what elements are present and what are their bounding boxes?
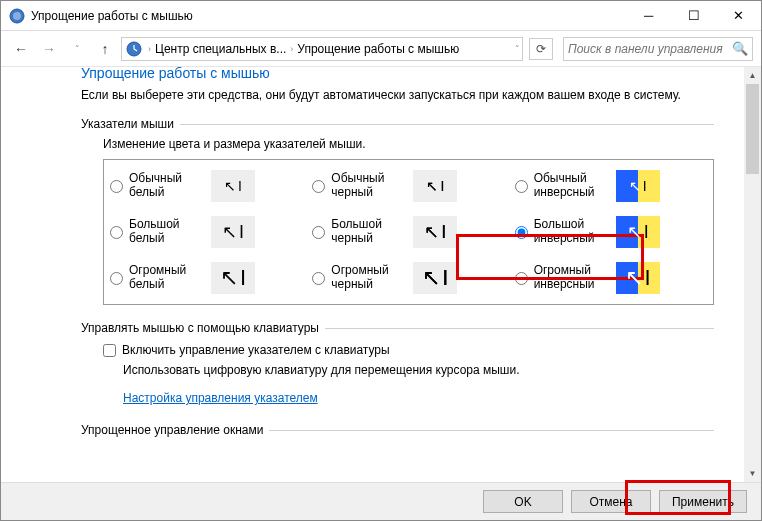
radio-black-normal[interactable] — [312, 180, 325, 193]
cursor-preview: ↖I — [211, 216, 255, 248]
pointer-option-black-normal[interactable]: Обычный черный ↖I — [312, 170, 504, 202]
search-input[interactable] — [568, 42, 732, 56]
option-label: Обычный черный — [331, 172, 407, 200]
pointer-option-white-huge[interactable]: Огромный белый ↖I — [110, 262, 302, 294]
option-label: Огромный черный — [331, 264, 407, 292]
ok-button[interactable]: OK — [483, 490, 563, 513]
option-label: Большой черный — [331, 218, 407, 246]
scroll-up-arrow[interactable]: ▲ — [744, 67, 761, 84]
cursor-preview: ↖I — [413, 216, 457, 248]
enable-mouse-keys-checkbox[interactable] — [103, 344, 116, 357]
dropdown-icon[interactable]: ˅ — [515, 44, 520, 54]
cursor-preview: ↖I — [616, 262, 660, 294]
breadcrumb-item[interactable]: Упрощение работы с мышью — [297, 42, 459, 56]
radio-inv-normal[interactable] — [515, 180, 528, 193]
maximize-button[interactable]: ☐ — [671, 1, 716, 30]
cursor-preview: ↖I — [413, 170, 457, 202]
option-label: Огромный белый — [129, 264, 205, 292]
window-title: Упрощение работы с мышью — [31, 9, 626, 23]
option-label: Обычный инверсный — [534, 172, 610, 200]
page-description: Если вы выберете эти средства, они будут… — [81, 87, 714, 103]
search-icon[interactable]: 🔍 — [732, 41, 748, 56]
window-titlebar: Упрощение работы с мышью ─ ☐ ✕ — [1, 1, 761, 31]
radio-white-large[interactable] — [110, 226, 123, 239]
vertical-scrollbar[interactable]: ▲ ▼ — [744, 67, 761, 482]
mouse-keys-help: Использовать цифровую клавиатуру для пер… — [123, 363, 714, 377]
radio-white-normal[interactable] — [110, 180, 123, 193]
cursor-preview: ↖I — [211, 170, 255, 202]
control-panel-icon — [126, 41, 142, 57]
checkbox-label: Включить управление указателем с клавиат… — [122, 343, 390, 357]
mouse-keys-settings-link[interactable]: Настройка управления указателем — [123, 391, 318, 405]
search-box[interactable]: 🔍 — [563, 37, 753, 61]
breadcrumb-item[interactable]: Центр специальных в... — [155, 42, 286, 56]
up-button[interactable]: ↑ — [93, 37, 117, 61]
divider — [180, 124, 714, 125]
pointer-option-inv-large[interactable]: Большой инверсный ↖I — [515, 216, 707, 248]
cursor-preview: ↖I — [616, 170, 660, 202]
enable-mouse-keys-row[interactable]: Включить управление указателем с клавиат… — [103, 343, 714, 357]
radio-white-huge[interactable] — [110, 272, 123, 285]
option-label: Большой белый — [129, 218, 205, 246]
option-label: Обычный белый — [129, 172, 205, 200]
refresh-button[interactable]: ⟳ — [529, 38, 553, 60]
close-button[interactable]: ✕ — [716, 1, 761, 30]
option-label: Огромный инверсный — [534, 264, 610, 292]
pointer-option-white-normal[interactable]: Обычный белый ↖I — [110, 170, 302, 202]
content-pane: Упрощение работы с мышью Если вы выберет… — [1, 67, 744, 482]
address-bar[interactable]: › Центр специальных в... › Упрощение раб… — [121, 37, 523, 61]
pointer-option-inv-huge[interactable]: Огромный инверсный ↖I — [515, 262, 707, 294]
option-label: Большой инверсный — [534, 218, 610, 246]
navigation-bar: ← → ˅ ↑ › Центр специальных в... › Упрощ… — [1, 31, 761, 67]
forward-button[interactable]: → — [37, 37, 61, 61]
radio-inv-huge[interactable] — [515, 272, 528, 285]
divider — [269, 430, 714, 431]
pointer-option-black-large[interactable]: Большой черный ↖I — [312, 216, 504, 248]
minimize-button[interactable]: ─ — [626, 1, 671, 30]
divider — [325, 328, 714, 329]
pointers-subtitle: Изменение цвета и размера указателей мыш… — [103, 137, 714, 151]
recent-dropdown[interactable]: ˅ — [65, 37, 89, 61]
app-icon — [9, 8, 25, 24]
dialog-button-bar: OK Отмена Применить — [1, 482, 761, 520]
chevron-icon: › — [290, 44, 293, 54]
scrollbar-thumb[interactable] — [746, 84, 759, 174]
pointer-option-inv-normal[interactable]: Обычный инверсный ↖I — [515, 170, 707, 202]
cancel-button[interactable]: Отмена — [571, 490, 651, 513]
page-heading: Упрощение работы с мышью — [81, 67, 714, 81]
chevron-icon: › — [148, 44, 151, 54]
section-title-windows-mgmt: Упрощенное управление окнами — [81, 423, 263, 437]
scroll-down-arrow[interactable]: ▼ — [744, 465, 761, 482]
cursor-preview: ↖I — [616, 216, 660, 248]
section-title-pointers: Указатели мыши — [81, 117, 174, 131]
cursor-preview: ↖I — [211, 262, 255, 294]
radio-black-huge[interactable] — [312, 272, 325, 285]
pointer-options-group: Обычный белый ↖I Обычный черный ↖I Обычн… — [103, 159, 714, 305]
pointer-option-black-huge[interactable]: Огромный черный ↖I — [312, 262, 504, 294]
back-button[interactable]: ← — [9, 37, 33, 61]
section-title-keyboard-mouse: Управлять мышью с помощью клавиатуры — [81, 321, 319, 335]
radio-black-large[interactable] — [312, 226, 325, 239]
radio-inv-large[interactable] — [515, 226, 528, 239]
pointer-option-white-large[interactable]: Большой белый ↖I — [110, 216, 302, 248]
cursor-preview: ↖I — [413, 262, 457, 294]
svg-point-1 — [13, 12, 21, 20]
apply-button[interactable]: Применить — [659, 490, 747, 513]
